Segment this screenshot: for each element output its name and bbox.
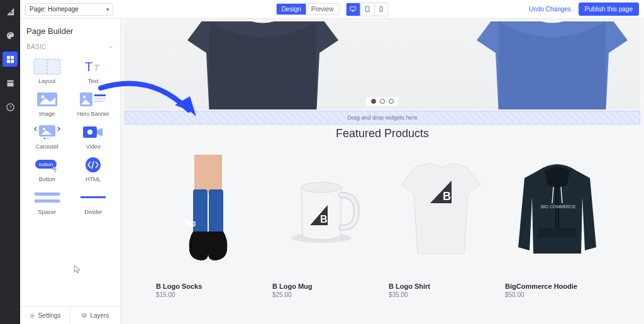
widget-label: Divider [84, 209, 102, 215]
device-desktop-button[interactable] [346, 3, 360, 16]
svg-rect-4 [11, 60, 14, 63]
hero-shirt-blue [470, 21, 634, 109]
product-card[interactable]: B B Logo Mug $25.00 [272, 153, 376, 298]
svg-point-17 [83, 96, 86, 98]
rail-logo[interactable]: B [3, 4, 18, 19]
widget-text[interactable]: TT Text [72, 57, 116, 86]
svg-rect-36 [209, 189, 223, 233]
widget-label: Video [86, 143, 101, 150]
widgets-icon[interactable] [3, 52, 18, 67]
page-selector-dropdown[interactable]: Page: Homepage [25, 3, 113, 16]
svg-text:T: T [94, 63, 100, 73]
svg-rect-7 [350, 7, 355, 11]
layers-label: Layers [90, 312, 109, 319]
sidebar-title: Page Builder [20, 19, 120, 41]
svg-text:B: B [443, 190, 451, 203]
hero-shirt-dark [181, 21, 345, 109]
widget-divider[interactable]: Divider [72, 187, 116, 216]
drop-zone[interactable]: Drag and drop widgets here [125, 111, 640, 125]
product-price: $15.00 [156, 291, 260, 298]
svg-rect-21 [39, 125, 55, 137]
chevron-down-icon [108, 44, 114, 50]
svg-rect-32 [35, 199, 60, 203]
products-row: B B Logo Socks $15.00 B [125, 153, 640, 311]
featured-products-title: Featured Products [125, 127, 640, 140]
device-mobile-button[interactable] [374, 3, 387, 16]
preview-mode-button[interactable]: Preview [306, 4, 339, 14]
product-name: B Logo Shirt [389, 282, 492, 290]
sidebar-section-basic[interactable]: BASIC [20, 41, 120, 57]
svg-text:?: ? [9, 104, 11, 110]
svg-point-23 [44, 138, 45, 139]
storefront-icon[interactable] [3, 75, 18, 91]
product-card[interactable]: BIGCOMMERCE BigCommerce Hoodie $50.00 [505, 153, 609, 298]
product-name: B Logo Socks [156, 282, 260, 290]
product-image-mug: B [272, 153, 376, 266]
widget-layout[interactable]: Layout [25, 57, 69, 86]
svg-text:button: button [39, 162, 53, 167]
svg-rect-20 [94, 101, 103, 102]
widget-label: Image [39, 111, 55, 117]
widget-label: Layout [38, 78, 55, 84]
hero-banner[interactable] [125, 21, 640, 109]
topbar: Page: Homepage Design Preview Undo Chang… [20, 0, 644, 19]
canvas-inner[interactable]: Drag and drop widgets here Featured Prod… [125, 21, 640, 320]
product-card[interactable]: B B Logo Socks $15.00 [156, 153, 260, 298]
widget-label: Spacer [38, 209, 56, 215]
svg-point-39 [301, 182, 341, 193]
svg-text:B: B [320, 214, 328, 225]
svg-text:B: B [192, 220, 196, 226]
mode-toggle: Design Preview [276, 3, 340, 15]
widget-carousel[interactable]: Carousel [25, 122, 69, 151]
svg-rect-18 [94, 94, 106, 96]
svg-text:B: B [9, 11, 12, 14]
product-name: BigCommerce Hoodie [505, 282, 609, 290]
product-name: B Logo Mug [272, 282, 376, 290]
sidebar: Page Builder BASIC Layout TT Text Image … [20, 19, 121, 324]
svg-rect-8 [365, 6, 369, 11]
product-price: $35.00 [389, 291, 492, 298]
device-toggle [345, 3, 388, 16]
widget-html[interactable]: HTML [72, 155, 116, 184]
sidebar-section-label: BASIC [26, 43, 47, 50]
widget-image[interactable]: Image [25, 89, 69, 118]
layers-button[interactable]: Layers [70, 307, 120, 324]
device-tablet-button[interactable] [360, 3, 374, 16]
svg-rect-31 [35, 193, 60, 196]
widget-video[interactable]: Video [72, 122, 116, 151]
product-card[interactable]: B B Logo Shirt $35.00 [389, 153, 492, 298]
widget-spacer[interactable]: Spacer [25, 187, 69, 216]
product-image-socks: B [156, 153, 260, 266]
svg-point-15 [41, 96, 44, 99]
cursor-icon [73, 265, 82, 274]
svg-rect-1 [6, 55, 9, 59]
widget-label: HTML [86, 176, 101, 182]
svg-point-34 [31, 315, 33, 316]
product-price: $50.00 [505, 291, 609, 298]
help-icon[interactable]: ? [3, 99, 18, 115]
left-rail: B ? [0, 0, 20, 324]
widget-label: Carousel [36, 143, 58, 150]
carousel-dot-2[interactable] [380, 99, 385, 104]
carousel-dot-1[interactable] [371, 99, 376, 104]
gear-icon [29, 313, 35, 319]
product-image-hoodie: BIGCOMMERCE [505, 153, 609, 266]
undo-link[interactable]: Undo Changes [529, 6, 571, 13]
widget-hero-banner[interactable]: Hero Banner [72, 89, 116, 118]
design-mode-button[interactable]: Design [277, 4, 306, 14]
svg-text:BIG: BIG [541, 204, 548, 209]
svg-rect-3 [6, 60, 9, 63]
page-selector[interactable]: Page: Homepage [25, 3, 113, 16]
settings-button[interactable]: Settings [20, 307, 70, 324]
settings-label: Settings [38, 312, 60, 319]
widget-button[interactable]: button Button [25, 155, 69, 184]
carousel-dots[interactable] [366, 97, 399, 106]
layers-icon [81, 313, 87, 319]
sidebar-footer: Settings Layers [20, 306, 120, 324]
publish-button[interactable]: Publish this page [579, 3, 639, 16]
svg-point-24 [47, 138, 48, 139]
svg-rect-19 [94, 98, 106, 99]
palette-icon[interactable] [3, 28, 18, 43]
product-image-shirt: B [389, 153, 492, 266]
carousel-dot-3[interactable] [389, 99, 394, 104]
